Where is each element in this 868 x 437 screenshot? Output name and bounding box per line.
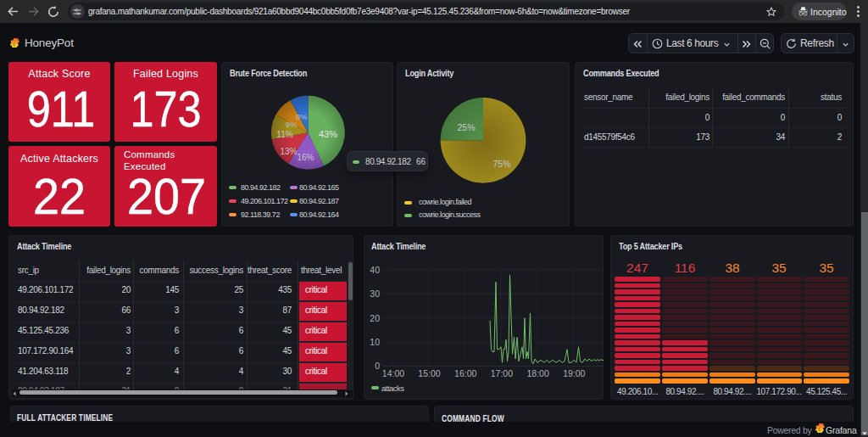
svg-text:10: 10 — [370, 337, 380, 347]
svg-text:15:00: 15:00 — [418, 368, 440, 378]
svg-text:30: 30 — [370, 289, 380, 299]
svg-text:8%: 8% — [296, 112, 308, 121]
svg-text:0: 0 — [375, 361, 380, 371]
svg-text:25%: 25% — [457, 122, 475, 132]
svg-text:40: 40 — [370, 265, 380, 275]
svg-text:11%: 11% — [276, 130, 292, 139]
svg-text:20: 20 — [370, 313, 380, 323]
svg-text:75%: 75% — [492, 159, 510, 169]
svg-text:19:00: 19:00 — [563, 368, 585, 378]
svg-text:18:00: 18:00 — [526, 368, 548, 378]
svg-text:13%: 13% — [280, 147, 297, 156]
svg-text:14:00: 14:00 — [382, 368, 404, 378]
svg-text:16:00: 16:00 — [454, 368, 476, 378]
svg-text:16%: 16% — [297, 153, 314, 162]
svg-text:43%: 43% — [319, 129, 337, 139]
svg-text:17:00: 17:00 — [491, 368, 513, 378]
